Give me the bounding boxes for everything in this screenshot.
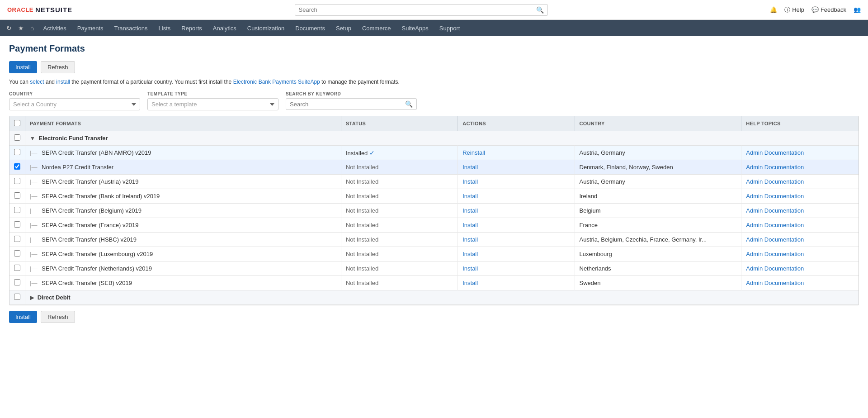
home-icon[interactable]: ⌂ [28, 24, 37, 32]
install-link[interactable]: install [56, 79, 70, 85]
nav-item-payments[interactable]: Payments [72, 20, 109, 36]
row-checkbox[interactable] [14, 163, 20, 170]
nav-item-reports[interactable]: Reports [176, 20, 208, 36]
row-name: SEPA Credit Transfer (SEB) v2019 [42, 280, 132, 286]
select-all-checkbox[interactable] [14, 120, 20, 126]
nav-item-setup[interactable]: Setup [330, 20, 357, 36]
table-row: |— SEPA Credit Transfer (France) v2019 N… [9, 218, 859, 233]
notifications-icon[interactable]: 🔔 [770, 6, 777, 13]
group-name-cell: ▶ Direct Debit [25, 290, 859, 305]
row-checkbox[interactable] [14, 192, 20, 199]
help-topic-link[interactable]: Admin Documentation [746, 207, 804, 214]
favorites-icon[interactable]: ★ [15, 24, 27, 32]
template-select[interactable]: Select a template [147, 98, 278, 110]
help-topic-link[interactable]: Admin Documentation [746, 193, 804, 200]
nav-items: ActivitiesPaymentsTransactionsListsRepor… [38, 20, 465, 36]
row-name: SEPA Credit Transfer (ABN AMRO) v2019 [42, 149, 151, 156]
nav-item-activities[interactable]: Activities [38, 20, 71, 36]
row-name-cell: |— SEPA Credit Transfer (Belgium) v2019 [25, 204, 341, 218]
help-topic-link[interactable]: Admin Documentation [746, 149, 804, 156]
search-container: 🔍 [295, 4, 548, 16]
country-value: Austria, Germany [580, 178, 625, 185]
bottom-refresh-button[interactable]: Refresh [41, 311, 75, 323]
group-toggle-direct-debit[interactable]: ▶ [30, 294, 34, 301]
help-topic-link[interactable]: Admin Documentation [746, 265, 804, 272]
nav-item-commerce[interactable]: Commerce [357, 20, 396, 36]
help-topic-link[interactable]: Admin Documentation [746, 251, 804, 257]
action-link[interactable]: Install [462, 207, 478, 214]
row-help-cell: Admin Documentation [741, 276, 859, 290]
row-checkbox-cell [9, 146, 25, 160]
action-link[interactable]: Install [462, 280, 478, 286]
logo: ORACLE NETSUITE [7, 6, 72, 14]
search-input[interactable] [299, 6, 536, 13]
row-checkbox[interactable] [14, 207, 20, 213]
status-badge: Not Installed [346, 193, 378, 200]
row-country-cell: Netherlands [575, 261, 741, 276]
action-link[interactable]: Install [462, 222, 478, 228]
tree-line: |— [30, 222, 37, 228]
tree-line: |— [30, 164, 37, 171]
action-link[interactable]: Install [462, 236, 478, 243]
help-topic-link[interactable]: Admin Documentation [746, 236, 804, 243]
row-name-cell: |— SEPA Credit Transfer (France) v2019 [25, 218, 341, 233]
row-checkbox[interactable] [14, 279, 20, 285]
group-checkbox-eft[interactable] [14, 134, 20, 141]
nav-item-customization[interactable]: Customization [242, 20, 290, 36]
action-link[interactable]: Install [462, 265, 478, 272]
nav-item-support[interactable]: Support [434, 20, 466, 36]
help-circle-icon: ⓘ [784, 6, 790, 14]
keyword-search-container: 🔍 [286, 98, 417, 110]
action-link[interactable]: Install [462, 164, 478, 171]
bottom-install-button[interactable]: Install [9, 311, 37, 323]
table-body: ▼ Electronic Fund Transfer |— SEPA Credi… [9, 131, 859, 305]
row-checkbox[interactable] [14, 221, 20, 228]
country-select[interactable]: Select a Country [9, 98, 140, 110]
status-badge: Not Installed [346, 164, 378, 171]
tree-line: |— [30, 280, 37, 286]
group-checkbox-direct-debit[interactable] [14, 294, 20, 300]
row-help-cell: Admin Documentation [741, 146, 859, 160]
page-content: Payment Formats Install Refresh You can … [0, 36, 868, 330]
users-icon[interactable]: 👥 [854, 6, 861, 13]
refresh-button[interactable]: Refresh [41, 61, 75, 73]
row-status-cell: Not Installed [341, 160, 458, 175]
help-topic-link[interactable]: Admin Documentation [746, 164, 804, 171]
nav-item-transactions[interactable]: Transactions [109, 20, 153, 36]
feedback-link[interactable]: 💬 Feedback [811, 6, 846, 13]
top-bar-right: 🔔 ⓘ Help 💬 Feedback 👥 [770, 6, 861, 14]
row-checkbox[interactable] [14, 250, 20, 256]
tree-line: |— [30, 178, 37, 185]
action-link[interactable]: Reinstall [462, 149, 485, 156]
help-topic-link[interactable]: Admin Documentation [746, 280, 804, 286]
action-link[interactable]: Install [462, 251, 478, 257]
help-topic-link[interactable]: Admin Documentation [746, 178, 804, 185]
action-link[interactable]: Install [462, 193, 478, 200]
group-toggle-eft[interactable]: ▼ [30, 135, 35, 142]
row-checkbox[interactable] [14, 178, 20, 184]
nav-item-lists[interactable]: Lists [153, 20, 176, 36]
nav-item-documents[interactable]: Documents [290, 20, 330, 36]
row-name: SEPA Credit Transfer (Luxembourg) v2019 [42, 251, 153, 257]
ebp-link[interactable]: Electronic Bank Payments SuiteApp [233, 79, 320, 85]
history-icon[interactable]: ↻ [4, 24, 14, 32]
select-link[interactable]: select [30, 79, 44, 85]
nav-item-suiteapps[interactable]: SuiteApps [396, 20, 434, 36]
help-link[interactable]: ⓘ Help [784, 6, 804, 14]
nav-item-analytics[interactable]: Analytics [208, 20, 242, 36]
row-actions-cell: Install [458, 276, 575, 290]
row-checkbox[interactable] [14, 265, 20, 271]
keyword-search-input[interactable] [290, 101, 405, 108]
row-checkbox[interactable] [14, 149, 20, 155]
action-link[interactable]: Install [462, 178, 478, 185]
row-country-cell: Denmark, Finland, Norway, Sweden [575, 160, 741, 175]
install-button[interactable]: Install [9, 61, 37, 73]
row-name: SEPA Credit Transfer (France) v2019 [42, 222, 138, 228]
table-row: |— SEPA Credit Transfer (Austria) v2019 … [9, 175, 859, 189]
header-payment-formats: PAYMENT FORMATS [25, 116, 341, 131]
header-checkbox-col [9, 116, 25, 131]
row-checkbox[interactable] [14, 236, 20, 242]
help-topic-link[interactable]: Admin Documentation [746, 222, 804, 228]
country-value: Austria, Germany [580, 149, 625, 156]
tree-line: |— [30, 207, 37, 214]
